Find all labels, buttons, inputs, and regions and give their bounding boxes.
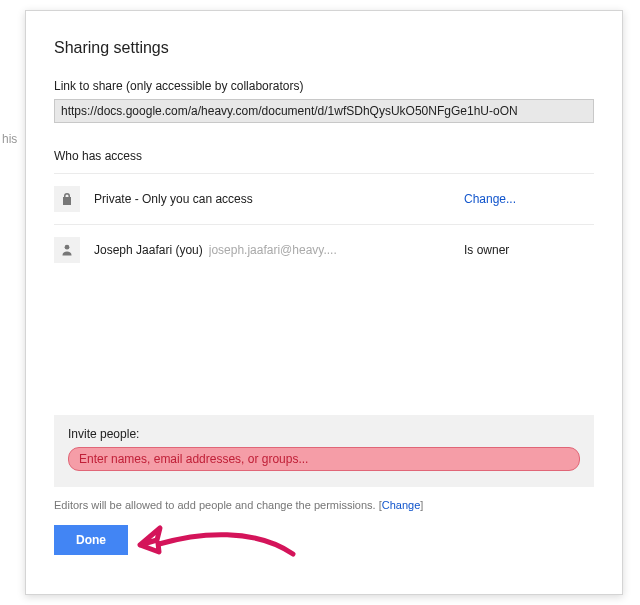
link-share-label: Link to share (only accessible by collab…: [54, 79, 594, 93]
access-owner-name: Joseph Jaafari (you): [94, 243, 203, 257]
change-access-link[interactable]: Change...: [464, 192, 516, 206]
invite-input[interactable]: [68, 447, 580, 471]
svg-point-0: [65, 245, 70, 250]
access-row-owner: Joseph Jaafari (you) joseph.jaafari@heav…: [54, 224, 594, 275]
permissions-note-text: Editors will be allowed to add people an…: [54, 499, 382, 511]
permissions-note-suffix: ]: [420, 499, 423, 511]
dialog-title: Sharing settings: [54, 39, 594, 57]
lock-icon: [54, 186, 80, 212]
access-owner-email: joseph.jaafari@heavy....: [209, 243, 337, 257]
invite-label: Invite people:: [68, 427, 580, 441]
link-share-input[interactable]: [54, 99, 594, 123]
access-privacy-text: Private - Only you can access: [94, 192, 253, 206]
permissions-note: Editors will be allowed to add people an…: [54, 499, 594, 511]
done-button[interactable]: Done: [54, 525, 128, 555]
who-has-access-label: Who has access: [54, 149, 594, 163]
access-owner-role: Is owner: [464, 243, 509, 257]
invite-people-block: Invite people:: [54, 415, 594, 487]
person-icon: [54, 237, 80, 263]
access-row-private: Private - Only you can access Change...: [54, 173, 594, 224]
sharing-settings-dialog: Sharing settings Link to share (only acc…: [25, 10, 623, 595]
background-document-hint: his: [2, 132, 17, 146]
change-permissions-link[interactable]: Change: [382, 499, 421, 511]
